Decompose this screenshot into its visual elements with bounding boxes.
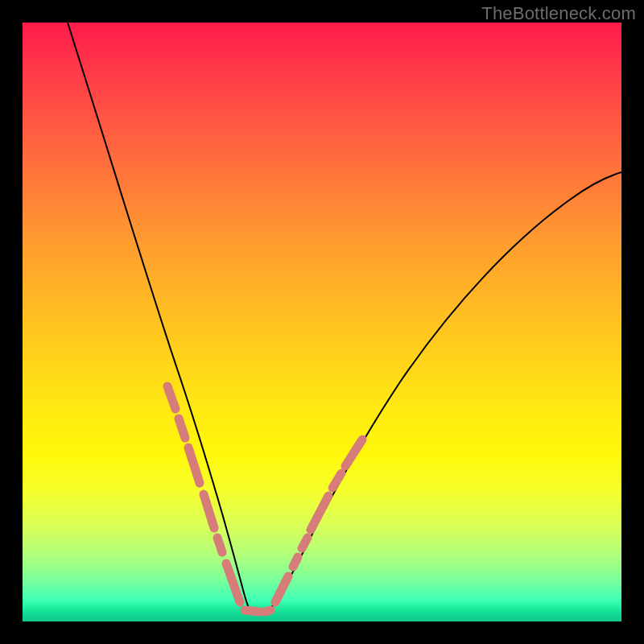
plot-area xyxy=(23,23,621,621)
right-curve xyxy=(268,172,621,612)
left-curve xyxy=(68,23,251,612)
curve-layer xyxy=(23,23,621,621)
beads-bottom xyxy=(245,610,270,612)
watermark-text: TheBottleneck.com xyxy=(481,3,636,24)
chart-frame: TheBottleneck.com xyxy=(0,0,644,644)
beads-left xyxy=(167,386,240,602)
beads-right xyxy=(275,440,362,602)
